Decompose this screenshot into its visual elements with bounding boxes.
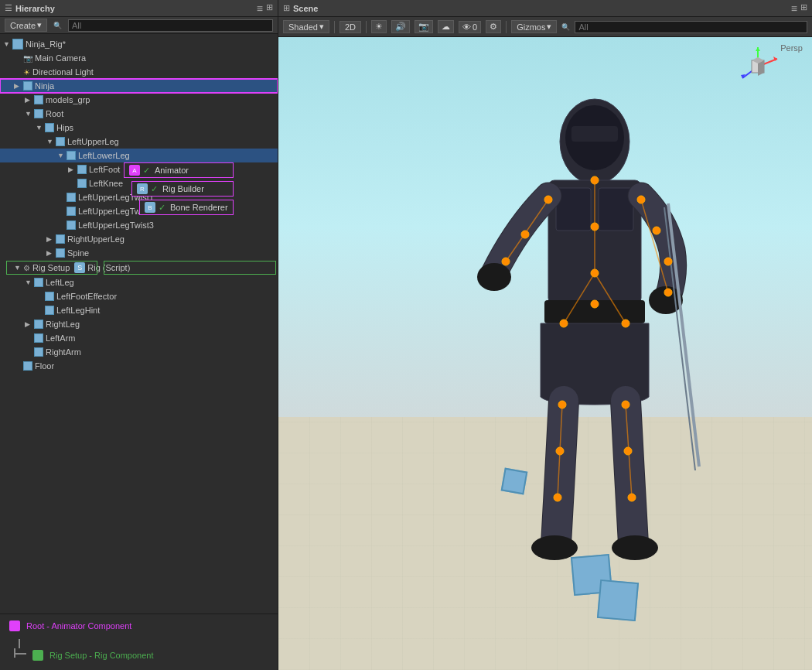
svg-point-19 <box>612 535 658 560</box>
rig-builder-tag[interactable]: R ✓ Rig Builder <box>131 181 234 197</box>
label-lfe: LeftFootEffector <box>56 292 117 301</box>
cube-lult2 <box>67 207 76 216</box>
svg-point-33 <box>664 258 672 265</box>
shading-button[interactable]: Shaded ▾ <box>283 20 329 33</box>
scene-search-input[interactable] <box>575 21 807 33</box>
cube-lfe <box>45 292 54 301</box>
camera-frame-btn[interactable]: 📷 <box>415 20 433 33</box>
arrow-hips: ▼ <box>36 124 45 132</box>
scene-title: Scene <box>293 4 318 13</box>
tree-item-lult3[interactable]: ▶ LeftUpperLegTwist3 <box>0 218 278 232</box>
hierarchy-header: ☰ Hierarchy ≡ ⊞ <box>0 0 278 17</box>
arrow-spine: ▶ <box>46 249 56 257</box>
eye-icon: 👁 <box>462 22 471 32</box>
tree-item-root[interactable]: ▼ Root <box>0 107 278 121</box>
svg-rect-11 <box>571 126 618 142</box>
svg-point-25 <box>591 300 599 308</box>
hierarchy-tree: ▼ Ninja_Rig* ▶ 📷 Main Camera ▶ ☀ Directi… <box>0 34 278 614</box>
hierarchy-search-input[interactable] <box>68 19 273 32</box>
cube-icon-ninja-rig <box>12 39 23 50</box>
tree-item-spine[interactable]: ▶ Spine <box>0 246 278 260</box>
hierarchy-lock-icon[interactable]: ⊞ <box>266 2 273 15</box>
label-lk: LeftKnee <box>89 179 123 188</box>
tree-item-left-upper-leg[interactable]: ▼ LeftUpperLeg <box>0 135 278 149</box>
sun-icon: ☀ <box>375 22 383 32</box>
arrow-ninja-rig: ▼ <box>3 40 12 48</box>
bone-renderer-check: ✓ <box>159 203 165 213</box>
label-lul: LeftUpperLeg <box>67 137 119 146</box>
scene-header-actions: ≡ ⊞ <box>791 2 807 15</box>
label-rig-script: Rig (Script) <box>87 263 130 272</box>
eye-btn[interactable]: 👁 0 <box>459 21 481 33</box>
legend-rig-label: Rig Setup - Rig Component <box>49 651 154 660</box>
bone-renderer-tag[interactable]: B ✓ Bone Renderer <box>139 200 234 215</box>
cube-la <box>34 333 43 343</box>
sun-btn[interactable]: ☀ <box>371 20 387 33</box>
settings-btn[interactable]: ⚙ <box>486 20 501 33</box>
skybox-btn[interactable]: ☁ <box>438 20 454 33</box>
tree-item-floor[interactable]: ▶ Floor <box>0 359 278 373</box>
vert-line-top <box>19 639 20 648</box>
create-button[interactable]: Create ▾ <box>5 19 47 32</box>
scene-toolbar: Shaded ▾ 2D ☀ 🔊 📷 ☁ 👁 0 <box>278 17 812 37</box>
pink-square-icon <box>9 620 20 631</box>
cube-ra <box>34 347 43 357</box>
arrow-lul: ▼ <box>46 138 56 145</box>
arrow-ninja: ▶ <box>14 82 23 90</box>
rig-setup-row[interactable]: ▼ ⚙ Rig Setup S Rig (Script) <box>0 260 278 275</box>
tree-item-hips[interactable]: ▼ Hips <box>0 121 278 135</box>
gizmos-button[interactable]: Gizmos ▾ <box>511 20 557 33</box>
tree-item-leftarm[interactable]: ▶ LeftArm <box>0 331 278 345</box>
connector-lines <box>14 639 26 658</box>
scene-lock-icon[interactable]: ⊞ <box>800 2 807 15</box>
horiz-line <box>15 653 26 655</box>
tree-item-rightleg[interactable]: ▶ RightLeg <box>0 317 278 331</box>
scene-panel: ⊞ Scene ≡ ⊞ Shaded ▾ 2D ☀ 🔊 <box>278 0 812 670</box>
gizmo-cube <box>735 43 781 90</box>
scene-hash-icon: ⊞ <box>283 3 290 13</box>
component-popups: A ✓ Animator R ✓ Rig Builder B ✓ Bone <box>124 162 234 215</box>
label-hips: Hips <box>56 123 73 132</box>
rig-setup-gear-icon: ⚙ <box>23 264 30 272</box>
cube-lul <box>56 137 65 146</box>
search-icon: 🔍 <box>53 22 62 29</box>
label-lf: LeftFoot <box>89 165 120 174</box>
tree-item-rul[interactable]: ▶ RightUpperLeg <box>0 232 278 246</box>
cube-models <box>34 95 43 104</box>
hierarchy-panel: ☰ Hierarchy ≡ ⊞ Create ▾ 🔍 ▼ Ninja_Rig* <box>0 0 278 670</box>
tree-item-leftleg[interactable]: ▼ LeftLeg <box>0 275 278 289</box>
tree-item-rightarm[interactable]: ▶ RightArm <box>0 345 278 359</box>
tree-item-models-grp[interactable]: ▶ models_grp <box>0 93 278 107</box>
tree-item-lfe[interactable]: ▶ LeftFootEffector <box>0 289 278 303</box>
cube-lult3 <box>67 220 76 230</box>
tree-item-ninja-rig[interactable]: ▼ Ninja_Rig* <box>0 37 278 51</box>
scene-cube-3 <box>597 579 639 620</box>
label-la: LeftArm <box>46 333 76 343</box>
horiz-line-container <box>14 648 26 658</box>
cube-leftleg <box>34 278 43 287</box>
tree-item-left-lower-leg[interactable]: ▼ LeftLowerLeg <box>0 149 278 162</box>
scene-menu-icon[interactable]: ≡ <box>791 2 797 15</box>
settings-icon: ⚙ <box>490 22 497 32</box>
2d-button[interactable]: 2D <box>339 21 361 33</box>
tree-item-dir-light[interactable]: ▶ ☀ Directional Light <box>0 65 278 79</box>
arrow-lll: ▼ <box>57 152 67 159</box>
toolbar-sep-1 <box>334 21 335 33</box>
label-ra: RightArm <box>46 347 81 357</box>
arrow-root: ▼ <box>25 110 34 118</box>
tree-item-llh[interactable]: ▶ LeftLegHint <box>0 303 278 317</box>
cube-spine <box>56 248 65 258</box>
hierarchy-menu-icon[interactable]: ≡ <box>257 2 263 15</box>
tree-item-main-camera[interactable]: ▶ 📷 Main Camera <box>0 51 278 65</box>
audio-btn[interactable]: 🔊 <box>391 20 410 33</box>
scene-cube-1 <box>500 468 527 495</box>
arrow-rig-setup: ▼ <box>14 264 23 272</box>
tree-item-ninja[interactable]: ▶ Ninja <box>0 79 278 93</box>
animator-tag[interactable]: A ✓ Animator <box>124 162 234 178</box>
label-rig-setup: Rig Setup <box>32 263 70 272</box>
label-spine: Spine <box>67 248 89 258</box>
persp-label: Persp <box>780 43 803 53</box>
animator-check: ✓ <box>143 166 150 176</box>
ninja-character <box>471 95 718 575</box>
label-rightleg: RightLeg <box>46 320 80 329</box>
